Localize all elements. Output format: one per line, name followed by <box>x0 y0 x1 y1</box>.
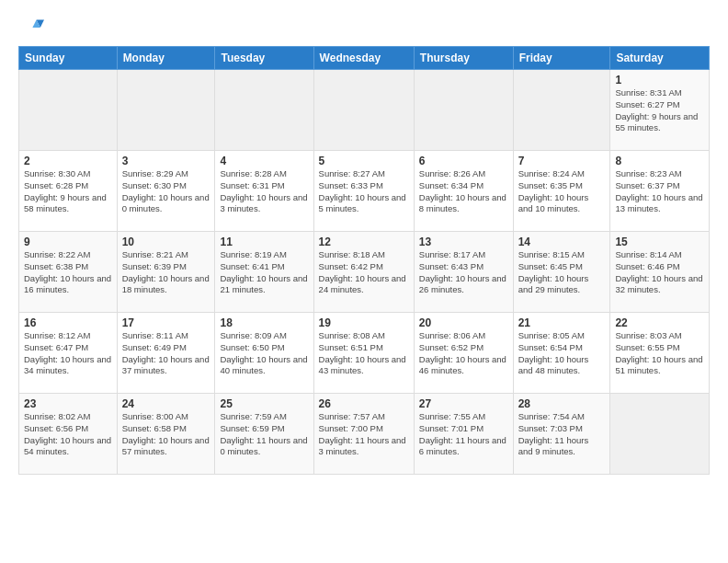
day-detail: Sunrise: 8:12 AM Sunset: 6:47 PM Dayligh… <box>24 330 112 377</box>
calendar-cell <box>313 70 414 151</box>
calendar-cell <box>117 70 215 151</box>
day-number: 18 <box>220 316 308 329</box>
calendar-cell: 4Sunrise: 8:28 AM Sunset: 6:31 PM Daylig… <box>215 151 313 232</box>
day-number: 21 <box>518 316 606 329</box>
day-detail: Sunrise: 8:06 AM Sunset: 6:52 PM Dayligh… <box>419 330 508 377</box>
day-detail: Sunrise: 8:26 AM Sunset: 6:34 PM Dayligh… <box>419 168 508 215</box>
calendar-cell: 23Sunrise: 8:02 AM Sunset: 6:56 PM Dayli… <box>19 394 118 475</box>
calendar-cell: 11Sunrise: 8:19 AM Sunset: 6:41 PM Dayli… <box>215 232 313 313</box>
day-number: 9 <box>24 236 112 248</box>
calendar-cell: 5Sunrise: 8:27 AM Sunset: 6:33 PM Daylig… <box>313 151 414 232</box>
calendar-cell <box>513 70 610 151</box>
day-detail: Sunrise: 8:19 AM Sunset: 6:41 PM Dayligh… <box>220 249 308 296</box>
day-number: 2 <box>24 155 112 167</box>
calendar-cell <box>215 70 313 151</box>
calendar-cell: 28Sunrise: 7:54 AM Sunset: 7:03 PM Dayli… <box>513 394 610 475</box>
day-number: 28 <box>518 397 606 410</box>
day-detail: Sunrise: 8:27 AM Sunset: 6:33 PM Dayligh… <box>319 168 409 215</box>
day-detail: Sunrise: 8:31 AM Sunset: 6:27 PM Dayligh… <box>615 87 704 134</box>
calendar-table: SundayMondayTuesdayWednesdayThursdayFrid… <box>18 46 710 475</box>
day-detail: Sunrise: 8:24 AM Sunset: 6:35 PM Dayligh… <box>518 168 606 215</box>
col-header-friday: Friday <box>513 47 610 70</box>
col-header-tuesday: Tuesday <box>215 47 313 70</box>
col-header-sunday: Sunday <box>19 47 118 70</box>
calendar-week-2: 2Sunrise: 8:30 AM Sunset: 6:28 PM Daylig… <box>19 151 710 232</box>
calendar-cell: 10Sunrise: 8:21 AM Sunset: 6:39 PM Dayli… <box>117 232 215 313</box>
calendar-cell: 7Sunrise: 8:24 AM Sunset: 6:35 PM Daylig… <box>513 151 610 232</box>
calendar-week-3: 9Sunrise: 8:22 AM Sunset: 6:38 PM Daylig… <box>19 232 710 313</box>
day-detail: Sunrise: 8:18 AM Sunset: 6:42 PM Dayligh… <box>319 249 409 296</box>
day-number: 6 <box>419 155 508 167</box>
col-header-saturday: Saturday <box>610 47 710 70</box>
calendar-header-row: SundayMondayTuesdayWednesdayThursdayFrid… <box>19 47 710 70</box>
calendar-cell: 2Sunrise: 8:30 AM Sunset: 6:28 PM Daylig… <box>19 151 118 232</box>
day-detail: Sunrise: 8:05 AM Sunset: 6:54 PM Dayligh… <box>518 330 606 377</box>
day-number: 22 <box>615 316 704 329</box>
calendar-cell: 16Sunrise: 8:12 AM Sunset: 6:47 PM Dayli… <box>19 313 118 394</box>
calendar-week-1: 1Sunrise: 8:31 AM Sunset: 6:27 PM Daylig… <box>19 70 710 151</box>
day-detail: Sunrise: 7:57 AM Sunset: 7:00 PM Dayligh… <box>319 411 409 458</box>
day-number: 13 <box>419 236 508 248</box>
calendar-cell: 20Sunrise: 8:06 AM Sunset: 6:52 PM Dayli… <box>414 313 513 394</box>
day-number: 11 <box>220 236 308 248</box>
day-number: 17 <box>122 316 210 329</box>
day-number: 14 <box>518 236 606 248</box>
day-detail: Sunrise: 8:15 AM Sunset: 6:45 PM Dayligh… <box>518 249 606 296</box>
page: SundayMondayTuesdayWednesdayThursdayFrid… <box>0 0 728 563</box>
day-detail: Sunrise: 7:59 AM Sunset: 6:59 PM Dayligh… <box>220 411 308 458</box>
calendar-cell: 26Sunrise: 7:57 AM Sunset: 7:00 PM Dayli… <box>313 394 414 475</box>
logo <box>18 15 48 40</box>
day-number: 26 <box>319 397 409 410</box>
day-detail: Sunrise: 8:21 AM Sunset: 6:39 PM Dayligh… <box>122 249 210 296</box>
day-number: 25 <box>220 397 308 410</box>
calendar-cell: 17Sunrise: 8:11 AM Sunset: 6:49 PM Dayli… <box>117 313 215 394</box>
calendar-cell: 9Sunrise: 8:22 AM Sunset: 6:38 PM Daylig… <box>19 232 118 313</box>
day-number: 12 <box>319 236 409 248</box>
day-detail: Sunrise: 8:14 AM Sunset: 6:46 PM Dayligh… <box>615 249 704 296</box>
calendar-cell <box>610 394 710 475</box>
day-detail: Sunrise: 7:54 AM Sunset: 7:03 PM Dayligh… <box>518 411 606 458</box>
calendar-cell: 21Sunrise: 8:05 AM Sunset: 6:54 PM Dayli… <box>513 313 610 394</box>
calendar-week-5: 23Sunrise: 8:02 AM Sunset: 6:56 PM Dayli… <box>19 394 710 475</box>
calendar-week-4: 16Sunrise: 8:12 AM Sunset: 6:47 PM Dayli… <box>19 313 710 394</box>
day-number: 23 <box>24 397 112 410</box>
day-detail: Sunrise: 8:00 AM Sunset: 6:58 PM Dayligh… <box>122 411 210 458</box>
calendar-cell: 25Sunrise: 7:59 AM Sunset: 6:59 PM Dayli… <box>215 394 313 475</box>
col-header-thursday: Thursday <box>414 47 513 70</box>
col-header-wednesday: Wednesday <box>313 47 414 70</box>
calendar-cell: 22Sunrise: 8:03 AM Sunset: 6:55 PM Dayli… <box>610 313 710 394</box>
day-detail: Sunrise: 8:30 AM Sunset: 6:28 PM Dayligh… <box>24 168 112 215</box>
day-number: 27 <box>419 397 508 410</box>
calendar-cell: 8Sunrise: 8:23 AM Sunset: 6:37 PM Daylig… <box>610 151 710 232</box>
calendar-cell: 27Sunrise: 7:55 AM Sunset: 7:01 PM Dayli… <box>414 394 513 475</box>
day-number: 10 <box>122 236 210 248</box>
day-detail: Sunrise: 8:28 AM Sunset: 6:31 PM Dayligh… <box>220 168 308 215</box>
day-number: 24 <box>122 397 210 410</box>
day-number: 20 <box>419 316 508 329</box>
calendar-cell: 13Sunrise: 8:17 AM Sunset: 6:43 PM Dayli… <box>414 232 513 313</box>
day-number: 3 <box>122 155 210 167</box>
day-detail: Sunrise: 8:09 AM Sunset: 6:50 PM Dayligh… <box>220 330 308 377</box>
day-number: 19 <box>319 316 409 329</box>
day-detail: Sunrise: 8:17 AM Sunset: 6:43 PM Dayligh… <box>419 249 508 296</box>
day-detail: Sunrise: 8:03 AM Sunset: 6:55 PM Dayligh… <box>615 330 704 377</box>
day-detail: Sunrise: 8:29 AM Sunset: 6:30 PM Dayligh… <box>122 168 210 215</box>
day-number: 15 <box>615 236 704 248</box>
logo-icon <box>18 15 44 40</box>
calendar-cell: 6Sunrise: 8:26 AM Sunset: 6:34 PM Daylig… <box>414 151 513 232</box>
calendar-cell: 1Sunrise: 8:31 AM Sunset: 6:27 PM Daylig… <box>610 70 710 151</box>
day-number: 8 <box>615 155 704 167</box>
day-number: 16 <box>24 316 112 329</box>
day-number: 5 <box>319 155 409 167</box>
day-detail: Sunrise: 8:02 AM Sunset: 6:56 PM Dayligh… <box>24 411 112 458</box>
calendar-cell: 3Sunrise: 8:29 AM Sunset: 6:30 PM Daylig… <box>117 151 215 232</box>
calendar-cell: 19Sunrise: 8:08 AM Sunset: 6:51 PM Dayli… <box>313 313 414 394</box>
day-detail: Sunrise: 8:23 AM Sunset: 6:37 PM Dayligh… <box>615 168 704 215</box>
calendar-cell <box>19 70 118 151</box>
day-detail: Sunrise: 8:08 AM Sunset: 6:51 PM Dayligh… <box>319 330 409 377</box>
calendar-cell: 15Sunrise: 8:14 AM Sunset: 6:46 PM Dayli… <box>610 232 710 313</box>
calendar-cell <box>414 70 513 151</box>
day-detail: Sunrise: 7:55 AM Sunset: 7:01 PM Dayligh… <box>419 411 508 458</box>
day-number: 4 <box>220 155 308 167</box>
col-header-monday: Monday <box>117 47 215 70</box>
